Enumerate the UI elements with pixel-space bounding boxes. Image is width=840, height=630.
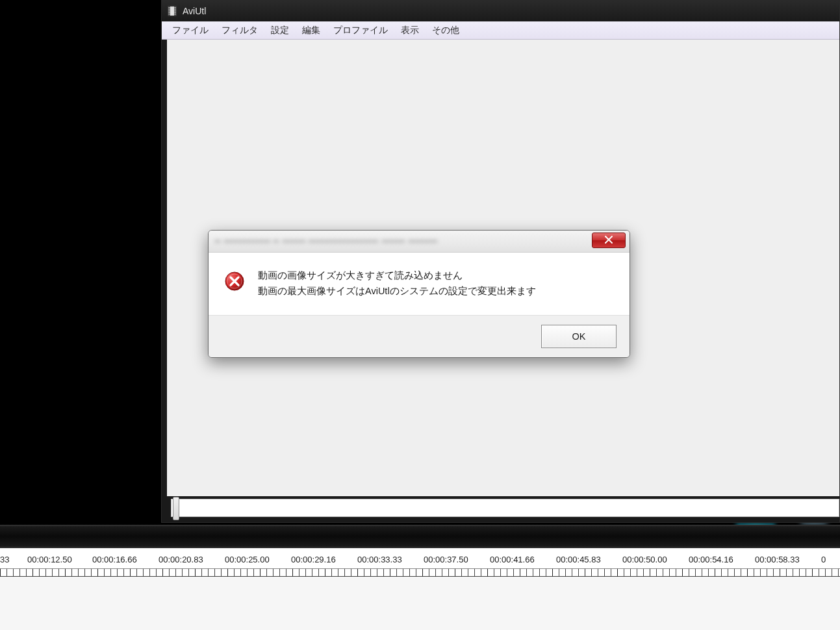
svg-rect-6 xyxy=(169,12,170,13)
window-title: AviUtl xyxy=(183,6,206,16)
svg-rect-9 xyxy=(175,9,176,10)
menu-view[interactable]: 表示 xyxy=(394,22,426,39)
dialog-title: ━ ━━━━━━━━ ━ ━━━━ ━━━━━━━━━━━━ ━━━━ ━━━━… xyxy=(215,236,438,246)
seekbar[interactable] xyxy=(171,499,839,517)
timeline-ruler[interactable]: 3300:00:12.5000:00:16.6600:00:20.8300:00… xyxy=(0,548,840,569)
timeline-label: 00:00:16.66 xyxy=(92,555,137,564)
menu-edit[interactable]: 編集 xyxy=(296,22,327,39)
dialog-footer: OK xyxy=(209,315,630,357)
timeline-label: 00:00:50.00 xyxy=(622,555,667,564)
svg-rect-12 xyxy=(175,14,176,14)
dialog-message-line-2: 動画の最大画像サイズはAviUtlのシステムの設定で変更出来ます xyxy=(258,284,617,299)
seekbar-thumb[interactable] xyxy=(173,497,179,520)
timeline-tracks[interactable] xyxy=(0,577,840,630)
dialog-message-line-1: 動画の画像サイズが大きすぎて読み込めません xyxy=(258,268,617,284)
timeline-ticks xyxy=(0,569,840,577)
dialog-body: 動画の画像サイズが大きすぎて読み込めません 動画の最大画像サイズはAviUtlの… xyxy=(209,253,630,315)
svg-rect-4 xyxy=(169,9,170,10)
svg-rect-3 xyxy=(169,7,170,8)
film-icon xyxy=(167,6,177,16)
close-icon xyxy=(604,234,613,246)
timeline-label: 00:00:29.16 xyxy=(291,555,336,564)
timeline-label: 00:00:25.00 xyxy=(225,555,270,564)
timeline-label: 00:00:45.83 xyxy=(556,555,601,564)
error-dialog: ━ ━━━━━━━━ ━ ━━━━ ━━━━━━━━━━━━ ━━━━ ━━━━… xyxy=(208,230,630,358)
timeline-label: 0 xyxy=(821,555,826,564)
menu-file[interactable]: ファイル xyxy=(166,22,215,39)
menu-other[interactable]: その他 xyxy=(426,22,466,39)
menu-profile[interactable]: プロファイル xyxy=(327,22,394,39)
timeline-label: 00:00:37.50 xyxy=(424,555,468,564)
svg-rect-8 xyxy=(175,7,176,8)
svg-rect-10 xyxy=(175,10,176,11)
svg-rect-5 xyxy=(169,10,170,11)
timeline-panel: 3300:00:12.5000:00:16.6600:00:20.8300:00… xyxy=(0,548,840,630)
error-icon xyxy=(224,271,245,292)
menu-settings[interactable]: 設定 xyxy=(264,22,296,39)
timeline-label: 33 xyxy=(0,555,9,564)
menubar: ファイル フィルタ 設定 編集 プロファイル 表示 その他 xyxy=(162,21,839,40)
dialog-titlebar[interactable]: ━ ━━━━━━━━ ━ ━━━━ ━━━━━━━━━━━━ ━━━━ ━━━━… xyxy=(209,231,630,253)
timeline-label: 00:00:12.50 xyxy=(27,555,72,564)
menu-filter[interactable]: フィルタ xyxy=(215,22,264,39)
timeline-label: 00:00:20.83 xyxy=(159,555,203,564)
timeline-label: 00:00:58.33 xyxy=(755,555,800,564)
dialog-message: 動画の画像サイズが大きすぎて読み込めません 動画の最大画像サイズはAviUtlの… xyxy=(258,268,617,299)
timeline-label: 00:00:54.16 xyxy=(689,555,733,564)
ok-button[interactable]: OK xyxy=(541,325,617,348)
taskbar[interactable] xyxy=(0,525,840,548)
svg-rect-11 xyxy=(175,12,176,13)
titlebar[interactable]: AviUtl xyxy=(162,1,839,21)
timeline-label: 00:00:41.66 xyxy=(490,555,535,564)
svg-rect-7 xyxy=(169,14,170,14)
close-button[interactable] xyxy=(592,233,626,248)
timeline-label: 00:00:33.33 xyxy=(357,555,402,564)
